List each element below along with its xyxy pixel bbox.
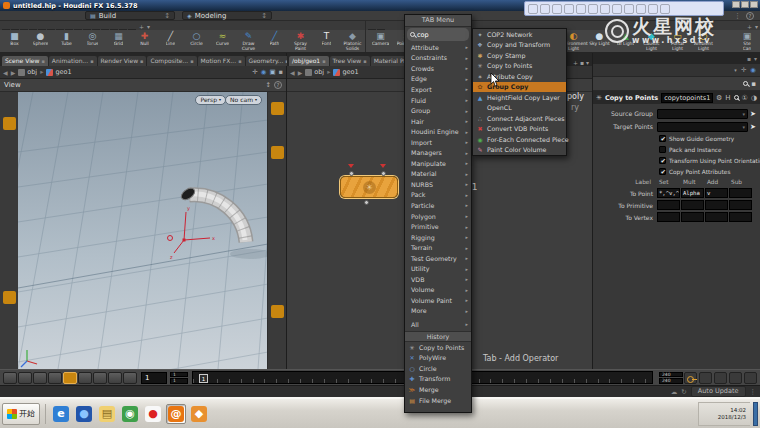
attr-set-field[interactable] (657, 200, 680, 210)
viewport-help-icon[interactable]: ? (274, 81, 282, 89)
annotation-tool-icon[interactable] (540, 4, 550, 14)
search-icon[interactable] (743, 81, 748, 86)
taskbar-app-icon[interactable]: @ (166, 404, 186, 424)
transport-button[interactable] (63, 372, 77, 384)
viewport-tool-icon[interactable] (3, 320, 16, 333)
viewport-display-icon[interactable] (271, 146, 284, 159)
status-overflow-icon[interactable]: ⋮ (750, 388, 757, 396)
persp-selector[interactable]: Persp ▾ (195, 95, 226, 105)
desktop-selector[interactable]: ▤ Build ↕ (85, 11, 175, 20)
panel-icon[interactable]: ▪ (751, 80, 756, 88)
shelf-tool[interactable]: ✚ Null (132, 31, 157, 46)
pin-icon[interactable]: ✛ (252, 68, 257, 76)
viewport-tool-icon[interactable] (3, 102, 16, 115)
node-input-connector[interactable] (349, 171, 354, 176)
attr-mult-field[interactable]: Alpha (681, 188, 704, 198)
param-checkbox-row[interactable]: Show Guide Geometry (593, 133, 760, 144)
history-item[interactable]: ≫ Merge (405, 384, 471, 395)
viewport-canvas[interactable]: y x z Persp ▾ No cam (18, 92, 267, 369)
param-input[interactable]: ▾ (657, 109, 748, 119)
tab-menu-result[interactable]: ▲ HeightField Copy Layer (473, 92, 566, 103)
taskbar-app-icon[interactable]: ● (74, 404, 94, 424)
tab-menu-category[interactable]: Fluid ▸ (405, 95, 471, 106)
range-start-field[interactable]: 1 (170, 372, 188, 378)
attr-mult-field[interactable] (681, 200, 704, 210)
transport-button[interactable] (48, 372, 62, 384)
playback-option-icon[interactable] (714, 372, 727, 384)
transport-button[interactable] (93, 372, 107, 384)
shelf-tool[interactable]: T Font (314, 31, 339, 46)
tab-menu-category[interactable]: Attribute ▸ (405, 42, 471, 53)
viewport-tool-icon[interactable] (3, 305, 16, 318)
magnifier-icon[interactable] (734, 95, 739, 100)
transport-button[interactable] (78, 372, 92, 384)
shelf-tool[interactable]: ○ Circle (184, 31, 209, 46)
new-tab-icon[interactable]: + (573, 59, 578, 66)
stow-icon[interactable]: ▪ (747, 55, 751, 62)
checkbox[interactable] (659, 135, 666, 142)
stow-icon[interactable]: ▪ (279, 68, 283, 76)
viewport-tool-icon[interactable] (3, 218, 16, 231)
tab-menu-result[interactable]: ∴ Connect Adjacent Pieces (473, 113, 566, 124)
viewport-tool-icon[interactable] (3, 146, 16, 159)
shelf-tool[interactable]: ◆ Platonic Solids (340, 31, 365, 51)
breadcrumb-geo1[interactable]: geo1 (46, 68, 71, 76)
shelf-dropdown-icon[interactable]: ▾ (755, 23, 758, 30)
shelf-add-icon[interactable]: + (747, 23, 752, 30)
taskbar-app-icon[interactable]: ◆ (189, 404, 209, 424)
viewport-tool-icon[interactable] (3, 233, 16, 246)
tab-menu-category[interactable]: Import ▸ (405, 137, 471, 148)
viewport-display-icon[interactable] (271, 291, 284, 304)
gear-icon[interactable]: ⚙ (716, 94, 722, 102)
shelf-tool[interactable]: ▣ Camera (368, 31, 393, 46)
tab-menu-category[interactable]: Utility ▸ (405, 263, 471, 274)
viewport-tool-icon[interactable] (3, 247, 16, 260)
taskbar-app-icon[interactable]: ◉ (120, 404, 140, 424)
tab-menu-category[interactable]: NURBS ▸ (405, 179, 471, 190)
node-copytopoints[interactable]: ✳ (340, 176, 398, 198)
shelf-tool[interactable]: ≈ Curve (210, 31, 235, 46)
annotation-tool-icon[interactable] (552, 4, 562, 14)
path-dropdown-icon[interactable]: ▾ (734, 67, 737, 73)
viewport-tool-icon[interactable] (3, 291, 16, 304)
checkbox[interactable] (659, 146, 666, 153)
shelf-tool[interactable]: ✱ Spray Paint (288, 31, 313, 51)
history-item[interactable]: ○ Circle (405, 363, 471, 374)
pane-menu-icon[interactable]: ▾ (586, 59, 589, 66)
select-arrow-icon[interactable]: ➤ (748, 123, 758, 131)
forward-icon[interactable]: ▶ (298, 69, 303, 76)
node-input-connector[interactable] (381, 171, 386, 176)
viewport-tool-icon[interactable] (3, 175, 16, 188)
auto-update-selector[interactable]: Auto Update (691, 386, 746, 397)
attr-sub-field[interactable] (729, 188, 752, 198)
tab-menu-category[interactable]: Group ▸ (405, 105, 471, 116)
tab-menu-category[interactable]: Terrain ▸ (405, 242, 471, 253)
pane-tab[interactable]: Geometry... ▪ (246, 56, 292, 66)
taskbar-clock[interactable]: 14:02 2018/12/3 (718, 407, 746, 420)
tab-menu-category[interactable]: VDB ▸ (405, 274, 471, 285)
tab-close-icon[interactable]: ▪ (140, 56, 143, 66)
tab-menu-result[interactable]: ✖ Convert VDB Points (473, 124, 566, 135)
tab-menu-category[interactable]: Test Geometry ▸ (405, 253, 471, 264)
shelf-tool[interactable]: ▲ GI Light (613, 31, 638, 46)
attr-add-field[interactable] (705, 212, 728, 222)
shelf-tool-stereo-camera[interactable]: ▣ SteCan (738, 31, 756, 51)
checkbox[interactable] (659, 157, 666, 164)
pane-tab[interactable]: Tree View ▪ (330, 56, 370, 66)
annotation-tool-icon[interactable] (600, 4, 610, 14)
viewport-tool-icon[interactable] (3, 262, 16, 275)
shelf-tool[interactable]: ╱ Line (158, 31, 183, 46)
viewport-tool-icon[interactable] (3, 131, 16, 144)
shelf-tool[interactable]: ● Sky Light (587, 31, 612, 46)
display-icon[interactable]: ▣ (269, 68, 275, 76)
pane-tab[interactable]: Scene View ▪ (2, 56, 48, 66)
breadcrumb-obj[interactable]: obj (18, 68, 37, 76)
tab-menu-category[interactable]: Primitive ▸ (405, 221, 471, 232)
tab-menu-category[interactable]: Hair ▸ (405, 116, 471, 127)
camera-selector[interactable]: No cam ▾ (225, 95, 262, 105)
tab-menu-category[interactable]: Houdini Engine ▸ (405, 126, 471, 137)
info-icon[interactable]: ① (742, 94, 748, 102)
viewport-display-icon[interactable] (271, 102, 284, 115)
viewport-display-icon[interactable] (271, 160, 284, 173)
link-icon[interactable]: ◉ (261, 68, 267, 76)
